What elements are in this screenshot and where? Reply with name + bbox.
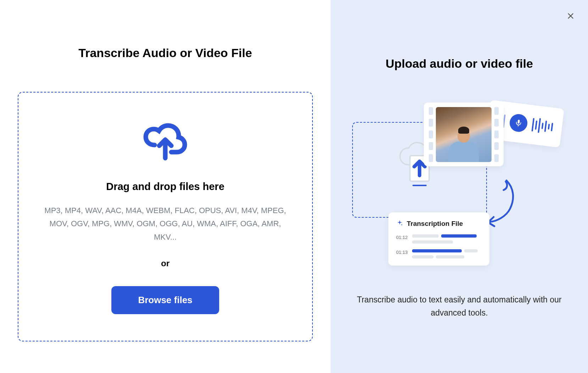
browse-files-button[interactable]: Browse files bbox=[111, 286, 219, 314]
sparkle-icon bbox=[396, 219, 403, 228]
left-panel: Transcribe Audio or Video File Drag and … bbox=[0, 0, 331, 373]
right-panel: Upload audio or video file bbox=[331, 0, 588, 373]
page-title: Transcribe Audio or Video File bbox=[18, 46, 313, 60]
drop-heading: Drag and drop files here bbox=[33, 181, 298, 193]
cloud-upload-icon bbox=[142, 123, 188, 163]
curved-arrow-icon bbox=[485, 179, 519, 232]
transcription-time-2: 01:13 bbox=[396, 249, 408, 255]
close-icon bbox=[566, 16, 575, 22]
or-separator: or bbox=[33, 258, 298, 268]
transcription-card-title: Transcription File bbox=[407, 220, 463, 228]
video-card-illustration bbox=[424, 102, 504, 166]
illustration-area: Transcription File 01:12 01:13 bbox=[349, 102, 569, 273]
right-panel-description: Transcribe audio to text easily and auto… bbox=[349, 293, 569, 319]
transcription-time-1: 01:12 bbox=[396, 234, 408, 240]
close-button[interactable] bbox=[563, 9, 578, 24]
right-panel-title: Upload audio or video file bbox=[345, 57, 574, 71]
supported-formats: MP3, MP4, WAV, AAC, M4A, WEBM, FLAC, OPU… bbox=[38, 204, 293, 244]
microphone-icon bbox=[509, 113, 528, 133]
file-drop-zone[interactable]: Drag and drop files here MP3, MP4, WAV, … bbox=[18, 92, 313, 341]
transcription-card-illustration: Transcription File 01:12 01:13 bbox=[388, 212, 489, 266]
